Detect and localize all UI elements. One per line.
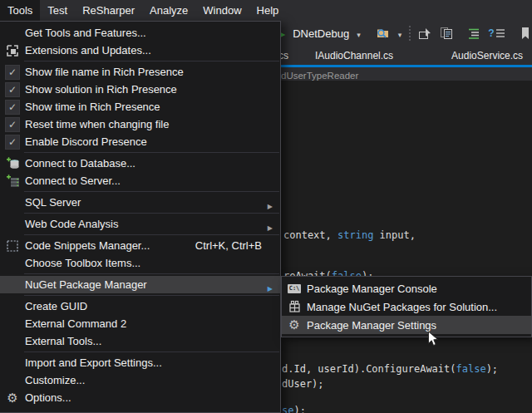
gear-icon: [7, 391, 17, 405]
run-config-dropdown[interactable]: DNetDebug: [293, 27, 349, 40]
console-icon: C:\: [288, 284, 301, 293]
menu-separator: [24, 61, 279, 61]
code-text: dUser);: [282, 378, 324, 390]
menu-item-label: Code Snippets Manager...: [25, 239, 195, 252]
copy-lines-icon[interactable]: [440, 27, 453, 40]
chevron-down-icon[interactable]: [357, 26, 361, 41]
code-keyword: string: [337, 229, 373, 241]
menu-bar: Tools Test ReSharper Analyze Window Help: [0, 0, 286, 21]
menu-icon-cell: [0, 82, 25, 97]
code-line: dUser);: [282, 378, 324, 390]
code-text: d.Id, userId).ConfigureAwait(: [282, 363, 456, 375]
menu-item-label: Connect to Database...: [25, 157, 280, 170]
menu-item-package-manager-console[interactable]: C:\ Package Manager Console: [282, 279, 531, 297]
menu-item-label: Enable Discord Presence: [25, 135, 280, 148]
extensions-icon: [0, 44, 25, 57]
checkmark-icon: [5, 65, 20, 80]
menu-item-extensions-and-updates[interactable]: Extensions and Updates...: [0, 42, 280, 59]
dashed-square-icon: [0, 239, 25, 253]
menu-item-label: External Command 2: [25, 317, 280, 330]
menu-item-customize[interactable]: Customize...: [0, 371, 280, 389]
checkmark-icon: [5, 135, 20, 150]
code-line: d.Id, userId).ConfigureAwait(false);: [282, 363, 498, 375]
menu-separator: [24, 213, 279, 214]
menu-item-show-time-rich-presence[interactable]: Show time in Rich Presence: [0, 98, 280, 116]
menu-item-label: Connect to Server...: [25, 175, 280, 187]
menu-item-manage-nuget-packages-solution[interactable]: Manage NuGet Packages for Solution...: [282, 297, 531, 316]
menubar-item-window[interactable]: Window: [195, 0, 249, 21]
menubar-item-help[interactable]: Help: [249, 0, 287, 21]
menu-icon-cell: [0, 117, 25, 132]
menu-icon-cell: [0, 100, 25, 115]
pointer-select-icon[interactable]: [418, 27, 432, 40]
menu-item-connect-to-server[interactable]: Connect to Server...: [0, 172, 280, 189]
menu-icon-cell: [0, 135, 25, 150]
menu-icon-cell: [282, 318, 307, 332]
menu-item-label: Package Manager Console: [307, 283, 531, 295]
menu-item-code-snippets-manager[interactable]: Code Snippets Manager... Ctrl+K, Ctrl+B: [0, 237, 280, 254]
code-text: );: [293, 405, 305, 413]
code-text: input,: [373, 229, 416, 241]
menu-item-label: Show solution in Rich Presence: [25, 83, 280, 96]
menubar-item-resharper[interactable]: ReSharper: [75, 0, 142, 21]
find-in-files-icon[interactable]: [376, 27, 391, 40]
menu-item-connect-to-database[interactable]: Connect to Database...: [0, 155, 280, 172]
checkmark-icon: [5, 100, 20, 115]
help-list-icon[interactable]: ?: [488, 27, 504, 39]
menu-item-external-command-2[interactable]: External Command 2: [0, 315, 280, 332]
menu-separator: [24, 234, 279, 235]
menu-item-import-export-settings[interactable]: Import and Export Settings...: [0, 354, 280, 371]
nuget-package-manager-submenu: C:\ Package Manager Console Manage NuGet…: [281, 276, 532, 337]
menu-item-label: Customize...: [25, 374, 280, 386]
menu-item-reset-time-changing-file[interactable]: Reset time when changing file: [0, 116, 280, 133]
checkmark-icon: [5, 82, 20, 97]
menu-item-show-solution-rich-presence[interactable]: Show solution in Rich Presence: [0, 81, 280, 98]
menu-item-choose-toolbox-items[interactable]: Choose Toolbox Items...: [0, 254, 280, 272]
code-line: context, string input,: [283, 229, 416, 241]
code-text: );: [486, 363, 498, 375]
menu-item-label: Reset time when changing file: [25, 118, 280, 130]
menubar-item-test[interactable]: Test: [40, 0, 75, 21]
code-keyword: false: [456, 363, 486, 375]
menu-item-label: Choose Toolbox Items...: [25, 257, 280, 269]
menu-item-label: Import and Export Settings...: [25, 356, 280, 369]
menu-separator: [24, 295, 279, 296]
submenu-arrow-icon: [268, 199, 273, 211]
menu-item-get-tools-and-features[interactable]: Get Tools and Features...: [0, 24, 280, 42]
menu-item-show-file-name-rich-presence[interactable]: Show file name in Rich Presence: [0, 63, 280, 81]
mouse-cursor: [427, 331, 439, 347]
menu-item-label: External Tools...: [25, 335, 280, 347]
menu-separator: [24, 191, 279, 192]
gear-icon: [288, 318, 299, 332]
menu-icon-cell: C:\: [282, 284, 307, 293]
menubar-item-tools[interactable]: Tools: [0, 0, 40, 21]
menu-item-options[interactable]: Options...: [0, 389, 280, 406]
menu-item-package-manager-settings[interactable]: Package Manager Settings: [282, 316, 531, 334]
menu-item-label: Package Manager Settings: [307, 319, 531, 332]
menu-item-create-guid[interactable]: Create GUID: [0, 297, 280, 315]
bookmark-icon[interactable]: [520, 27, 531, 41]
menubar-item-analyze[interactable]: Analyze: [142, 0, 195, 21]
menu-item-enable-discord-presence[interactable]: Enable Discord Presence: [0, 133, 280, 150]
code-text: context,: [283, 229, 337, 241]
menu-item-sql-server[interactable]: SQL Server: [0, 194, 280, 211]
format-indent-icon[interactable]: [468, 27, 480, 39]
menu-item-label: Show time in Rich Presence: [25, 101, 280, 113]
tab-iaudiochannel[interactable]: IAudioChannel.cs: [315, 50, 393, 61]
find-options-chevron-icon[interactable]: [398, 26, 402, 41]
toolbar-grip[interactable]: [409, 26, 411, 41]
checkmark-icon: [5, 117, 20, 132]
menu-item-label: SQL Server: [25, 196, 280, 209]
database-add-icon: [0, 156, 25, 170]
navigation-bar-type[interactable]: dUserTypeReader: [281, 69, 358, 82]
menu-item-nuget-package-manager[interactable]: NuGet Package Manager: [0, 276, 280, 293]
tab-audioservice[interactable]: AudioService.cs: [451, 50, 523, 61]
tools-menu: Get Tools and Features... Extensions and…: [0, 21, 281, 413]
menu-item-label: NuGet Package Manager: [25, 278, 280, 291]
menu-item-external-tools[interactable]: External Tools...: [0, 332, 280, 350]
menu-item-label: Extensions and Updates...: [25, 44, 280, 57]
menu-item-label: Get Tools and Features...: [25, 27, 280, 39]
menu-item-web-code-analysis[interactable]: Web Code Analysis: [0, 215, 280, 233]
menu-item-label: Create GUID: [25, 300, 280, 312]
menu-item-label: Options...: [25, 391, 280, 404]
